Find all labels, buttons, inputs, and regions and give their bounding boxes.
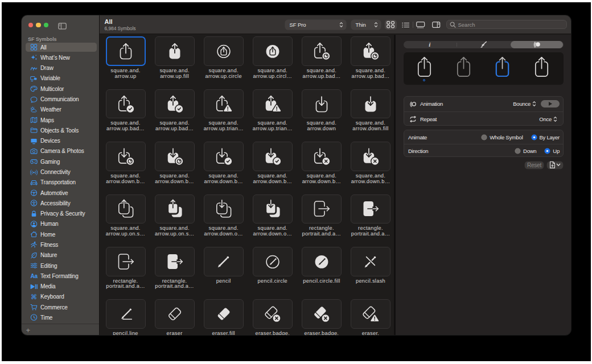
svg-text:Aa: Aa bbox=[30, 273, 38, 279]
svg-text:i: i bbox=[429, 42, 431, 48]
svg-text:⌘: ⌘ bbox=[30, 293, 36, 300]
